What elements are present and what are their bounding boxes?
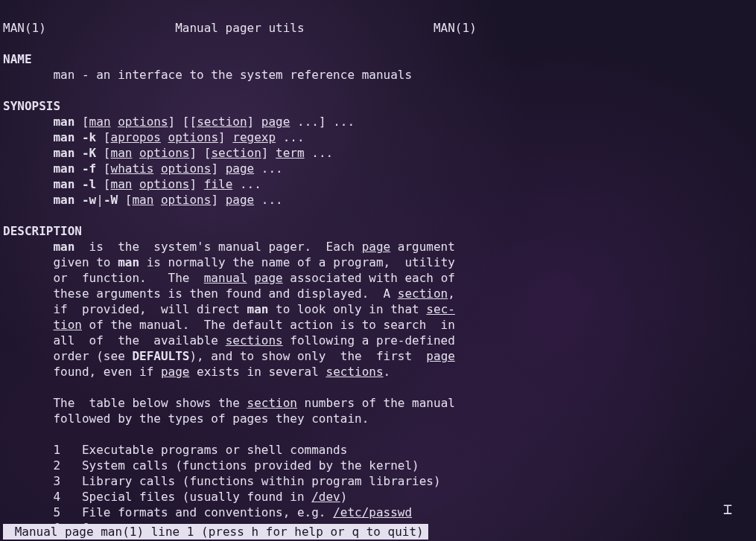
- syn-arg: man: [132, 193, 153, 207]
- table-row: ): [340, 490, 348, 504]
- desc-text: or function. The: [53, 271, 203, 285]
- desc-page: page: [426, 349, 455, 363]
- section-name-heading: NAME: [3, 52, 32, 66]
- desc-text: of the manual. The default action is to …: [82, 318, 455, 332]
- desc-section: section: [398, 286, 448, 301]
- desc-text: following a pre-defined: [283, 333, 455, 348]
- desc-text: ,: [448, 286, 455, 301]
- table-row: 2 System calls (functions provided by th…: [53, 458, 419, 473]
- syn-arg: page: [226, 161, 255, 176]
- syn-cmd: man -f: [53, 161, 96, 176]
- desc-text: given to: [53, 255, 118, 269]
- header-center: Manual pager utils: [175, 21, 304, 35]
- syn-cmd: man -K: [53, 146, 96, 160]
- syn-arg: options: [139, 177, 189, 191]
- syn-arg: term: [276, 146, 305, 160]
- syn-arg: options: [118, 115, 168, 129]
- desc-page: page: [254, 271, 283, 285]
- desc-text: to look only in that: [268, 302, 426, 316]
- desc-text: if provided, will direct: [53, 302, 247, 316]
- desc-man: man: [118, 255, 139, 269]
- desc-text: exists in several: [189, 365, 325, 379]
- syn-arg: whatis: [111, 161, 154, 176]
- name-line: man - an interface to the system referen…: [53, 68, 412, 82]
- section-synopsis-heading: SYNOPSIS: [3, 99, 60, 113]
- desc-defaults: DEFAULTS: [132, 349, 189, 363]
- desc-manual: manual: [204, 271, 247, 285]
- header-left: MAN(1): [3, 21, 46, 35]
- desc-section: section: [247, 396, 297, 410]
- desc-text: order (see: [53, 349, 132, 363]
- table-path: /dev: [311, 490, 340, 504]
- syn-arg: man: [111, 177, 133, 191]
- desc-text: The table below shows the: [53, 396, 247, 410]
- table-row: 3 Library calls (functions within progra…: [53, 474, 440, 488]
- syn-arg: options: [168, 130, 218, 144]
- desc-sections: sections: [226, 333, 283, 348]
- table-row: 4 Special files (usually found in: [53, 490, 311, 504]
- header-right: MAN(1): [433, 21, 477, 35]
- syn-arg: section: [197, 115, 247, 129]
- section-description-heading: DESCRIPTION: [3, 224, 82, 238]
- desc-text: found, even if: [53, 365, 161, 379]
- syn-cmd: man -l: [53, 177, 96, 191]
- syn-arg: file: [204, 177, 233, 191]
- desc-text: followed by the types of pages they cont…: [53, 412, 369, 426]
- pager-status-bar: Manual page man(1) line 1 (press h for h…: [3, 524, 428, 540]
- syn-arg: page: [226, 193, 255, 207]
- syn-arg: man: [89, 115, 111, 129]
- syn-cmd: man -w: [53, 193, 96, 207]
- desc-page: page: [362, 240, 391, 254]
- man-page-viewer[interactable]: MAN(1) Manual pager utils MAN(1) NAME ma…: [0, 0, 756, 536]
- syn-arg: man: [111, 146, 133, 160]
- desc-text: ), and to show only the first: [189, 349, 426, 363]
- desc-text: numbers of the manual: [297, 396, 455, 410]
- table-path: /etc/passwd: [333, 505, 412, 519]
- table-row: 5 File formats and conventions, e.g.: [53, 505, 333, 519]
- desc-text: is the system's manual pager. Each: [74, 240, 361, 254]
- syn-cmd: man: [53, 115, 74, 129]
- table-row: 1 Executable programs or shell commands: [53, 443, 347, 457]
- syn-pipe: |: [96, 193, 104, 207]
- desc-text: argument: [390, 240, 455, 254]
- desc-page: page: [161, 365, 190, 379]
- desc-man: man: [53, 240, 74, 254]
- syn-arg: regexp: [232, 130, 276, 144]
- desc-text: these arguments is then found and displa…: [53, 286, 397, 301]
- desc-text: all of the available: [53, 333, 225, 348]
- syn-arg: options: [161, 161, 211, 176]
- text-cursor-icon: ⌶: [723, 502, 732, 517]
- desc-text: is normally the name of a program, utili…: [139, 255, 455, 269]
- desc-text: associated with each of: [283, 271, 455, 285]
- syn-arg: options: [161, 193, 211, 207]
- desc-tion: tion: [53, 318, 82, 332]
- desc-sec: sec-: [426, 302, 455, 316]
- desc-man: man: [247, 302, 269, 316]
- syn-arg: apropos: [111, 130, 161, 144]
- syn-arg: options: [139, 146, 189, 160]
- syn-cmd: man -k: [53, 130, 96, 144]
- syn-cmd: -W: [104, 193, 118, 207]
- desc-sections: sections: [326, 365, 384, 379]
- desc-text: .: [384, 365, 391, 379]
- syn-arg: section: [211, 146, 261, 160]
- syn-arg: page: [261, 115, 290, 129]
